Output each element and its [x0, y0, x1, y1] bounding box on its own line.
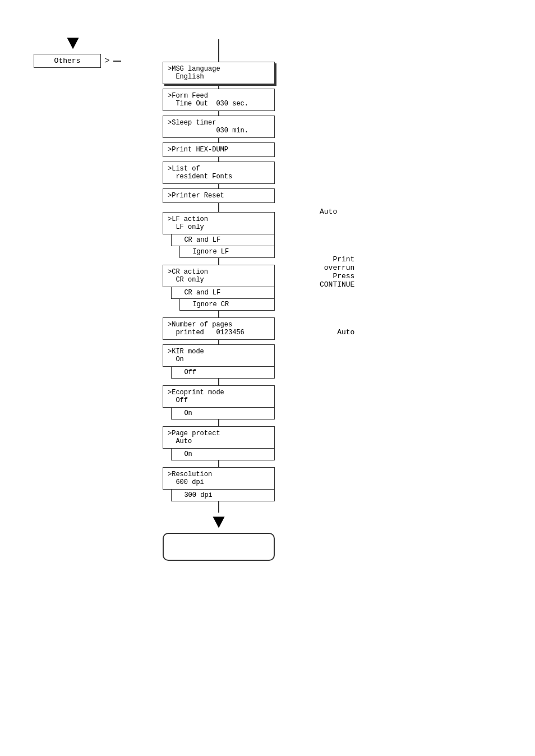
- menu-item-line2: 030 min.: [168, 127, 270, 135]
- menu-item-resolution[interactable]: >Resolution 600 dpi: [163, 467, 275, 490]
- v-conn-6: [218, 203, 219, 212]
- menu-item-sleep-timer[interactable]: >Sleep timer 030 min.: [163, 116, 275, 138]
- menu-item-line2: printed 0123456: [168, 329, 270, 336]
- menu-item-kir-mode[interactable]: >KIR mode On: [163, 344, 275, 367]
- cr-sub-ignore-cr[interactable]: Ignore CR: [179, 299, 275, 311]
- menu-item-line2: Time Out 030 sec.: [168, 100, 270, 108]
- menu-item-line2: English: [168, 73, 270, 81]
- menu-item-lf-action[interactable]: >LF action LF only: [163, 212, 275, 234]
- menu-item-line2: LF only: [168, 223, 270, 231]
- menu-item-printer-reset[interactable]: >Printer Reset: [163, 188, 275, 203]
- h-connector: [113, 61, 121, 62]
- v-conn-4: [218, 157, 219, 162]
- menu-item-line1: >MSG language: [168, 65, 270, 73]
- eco-sub-on[interactable]: On: [171, 408, 275, 420]
- v-conn-8: [218, 311, 219, 317]
- res-sub-wrapper: 300 dpi: [163, 490, 275, 501]
- eco-sub-wrapper: On: [163, 408, 275, 420]
- menu-item-line1: >KIR mode: [168, 348, 270, 356]
- menu-item-line1: >Printer Reset: [168, 192, 270, 200]
- v-conn-11: [218, 420, 219, 426]
- v-conn-3: [218, 138, 219, 142]
- menu-item-line2: resident Fonts: [168, 173, 270, 181]
- menu-item-line1: >Page protect: [168, 430, 270, 437]
- page-sub-on[interactable]: On: [171, 449, 275, 460]
- top-arrow: ▼: [56, 34, 90, 54]
- page-sub-wrapper: On: [163, 449, 275, 460]
- menu-item-ecoprint-mode[interactable]: >Ecoprint mode Off: [163, 385, 275, 408]
- v-connector-top: [218, 39, 219, 62]
- menu-item-number-pages[interactable]: >Number of pages printed 0123456: [163, 317, 275, 340]
- menu-item-cr-action[interactable]: >CR action CR only: [163, 265, 275, 287]
- menu-item-line1: >Number of pages: [168, 321, 270, 329]
- lf-sub-ignore-lf[interactable]: Ignore LF: [179, 246, 275, 258]
- menu-item-line1: >List of: [168, 165, 270, 173]
- others-box: Others: [34, 54, 101, 68]
- cr-sub-wrapper: CR and LF Ignore CR: [163, 287, 275, 311]
- kir-sub-off[interactable]: Off: [171, 367, 275, 379]
- menu-item-line2: Off: [168, 397, 270, 404]
- others-row: Others >: [34, 54, 121, 68]
- kir-sub-wrapper: Off: [163, 367, 275, 379]
- cr-sub-cr-and-lf[interactable]: CR and LF: [171, 287, 275, 299]
- menu-item-line1: >CR action: [168, 268, 270, 276]
- lf-sub-wrapper: CR and LF Ignore LF: [163, 234, 275, 258]
- v-conn-9: [218, 340, 219, 344]
- v-conn-2: [218, 111, 219, 116]
- diagram-container: ▼ Others > >MSG language English >Form F…: [34, 34, 121, 68]
- menu-item-line1: >Ecoprint mode: [168, 389, 270, 397]
- menu-item-line1: >Print HEX-DUMP: [168, 146, 270, 154]
- v-conn-1: [218, 84, 219, 89]
- menu-item-print-hex-dump[interactable]: >Print HEX-DUMP: [163, 142, 275, 157]
- menu-item-line1: >Sleep timer: [168, 119, 270, 127]
- v-conn-7: [218, 258, 219, 265]
- lf-sub-cr-and-lf[interactable]: CR and LF: [171, 234, 275, 246]
- menu-item-line2: Auto: [168, 437, 270, 445]
- right-label-print-overrun: Print overrun Press CONTINUE: [320, 255, 354, 289]
- v-conn-10: [218, 379, 219, 385]
- menu-item-line1: >LF action: [168, 215, 270, 223]
- menu-item-line2: 600 dpi: [168, 478, 270, 486]
- right-label-auto2: Auto: [320, 328, 354, 336]
- menu-item-line1: >Resolution: [168, 471, 270, 478]
- menu-item-line1: >Form Feed: [168, 92, 270, 100]
- menu-item-line2: On: [168, 356, 270, 363]
- arrow-right-icon: >: [104, 56, 110, 66]
- res-sub-300dpi[interactable]: 300 dpi: [171, 490, 275, 501]
- right-labels: Auto Print overrun Press CONTINUE Auto: [320, 208, 354, 336]
- menu-item-line2: CR only: [168, 276, 270, 284]
- v-conn-12: [218, 460, 219, 467]
- right-label-auto1: Auto: [320, 208, 354, 216]
- menu-item-list-fonts[interactable]: >List of resident Fonts: [163, 162, 275, 184]
- bottom-arrow: ▼: [163, 513, 275, 533]
- menu-item-form-feed[interactable]: >Form Feed Time Out 030 sec.: [163, 89, 275, 111]
- v-conn-5: [218, 184, 219, 188]
- end-box: [163, 533, 275, 561]
- menu-item-msg-language[interactable]: >MSG language English: [163, 62, 275, 84]
- menu-column: >MSG language English >Form Feed Time Ou…: [163, 39, 275, 561]
- menu-item-page-protect[interactable]: >Page protect Auto: [163, 426, 275, 449]
- bottom-arrow-symbol: ▼: [213, 513, 225, 533]
